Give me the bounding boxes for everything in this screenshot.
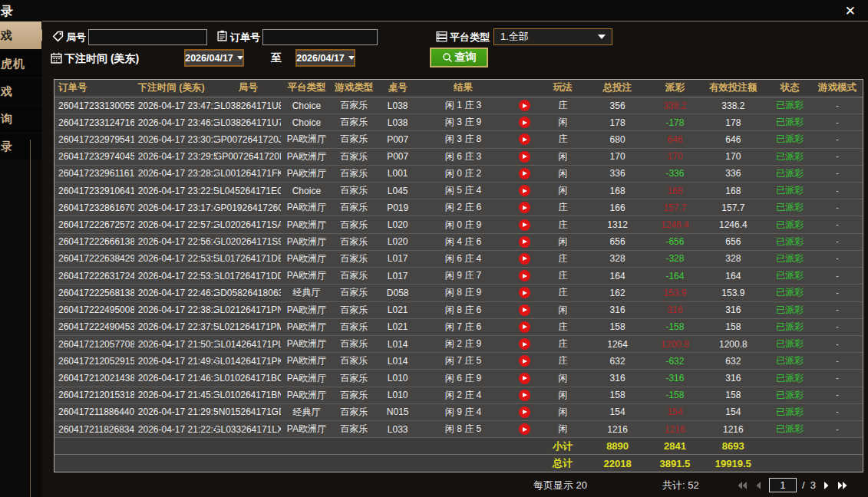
cell-mode: - [812,404,863,420]
order-input[interactable] [262,29,378,45]
table-row: 2604172329795412026-04-17 23:30:31GP0072… [54,131,863,148]
search-button-label: 查询 [455,51,477,64]
play-video-icon[interactable] [519,253,530,265]
play-video-icon[interactable] [519,185,530,196]
play-video-icon[interactable] [519,133,530,145]
cell-bet-time: 2026-04-17 23:30:31 [134,131,216,147]
round-input[interactable] [88,29,207,45]
cell-round-no: GL017264171DD [216,268,282,284]
cell-table-no: P019 [376,199,419,216]
play-video-icon[interactable] [519,423,530,435]
play-video-icon[interactable] [519,168,530,179]
cell-bet-time: 2026-04-17 23:29:55 [134,149,216,165]
cell-game-type: 百家乐 [332,166,376,182]
cell-total-bet: 166 [584,199,652,216]
clipboard-icon [216,30,228,41]
play-video-icon[interactable] [519,270,530,281]
cell-mode: - [812,199,863,216]
cell-total-bet: 162 [584,285,652,301]
cell-round-no: GL038264171U7 [216,114,282,130]
subtotal-row: 小计 8890 2841 8693 [54,438,863,455]
cell-mode: - [812,251,863,267]
play-video-icon[interactable] [519,304,530,316]
cell-valid-bet: 1216 [698,421,767,437]
cell-platform: 经典厅 [281,404,332,420]
platform-select[interactable]: 1.全部 [493,28,612,45]
table-row: 2604172328616702026-04-17 23:17:45GP0192… [54,199,863,216]
page-input[interactable] [769,478,797,492]
sidebar-tab-1[interactable]: 虎机 [0,51,41,77]
play-cell [507,336,542,352]
play-video-icon[interactable] [519,390,530,401]
cell-valid-bet: 157.7 [698,199,767,216]
last-page-icon[interactable] [837,481,848,490]
cell-play-type: 闲 [542,183,584,199]
table-row: 2604172331300552026-04-17 23:47:11GL0382… [54,97,863,114]
cell-bet-time: 2026-04-17 22:53:55 [134,251,216,267]
first-page-icon[interactable] [737,481,748,490]
cell-table-no: L020 [376,234,419,250]
play-video-icon[interactable] [519,236,530,248]
play-video-icon[interactable] [519,219,530,231]
play-video-icon[interactable] [519,117,530,128]
sidebar-tab-3[interactable]: 询 [0,107,41,132]
cell-table-no: L010 [376,387,419,403]
cell-game-type: 百家乐 [332,268,376,284]
play-video-icon[interactable] [519,406,530,418]
cell-total-bet: 316 [584,370,652,386]
cell-status: 已派彩 [767,421,812,437]
play-video-icon[interactable] [519,321,530,333]
cell-payout: 1200.8 [652,336,699,352]
cell-game-type: 百家乐 [332,234,376,250]
play-cell [507,131,542,147]
cell-valid-bet: 632 [698,353,767,369]
play-video-icon[interactable] [519,202,530,213]
table-row: 2604172226384292026-04-17 22:53:55GL0172… [54,251,863,268]
cell-payout: -178 [652,114,699,130]
sidebar-tab-4[interactable]: 录 [0,134,41,160]
next-page-icon[interactable] [821,481,832,490]
cell-table-no: L038 [376,97,419,114]
cell-result: 闲 3 庄 9 [419,114,507,130]
cell-status: 已派彩 [767,302,812,318]
search-button[interactable]: 查询 [430,48,488,67]
cell-game-type: 百家乐 [332,199,376,216]
cell-result: 闲 2 庄 4 [419,387,507,403]
cell-mode: - [812,319,863,335]
cell-valid-bet: 170 [698,149,767,165]
cell-game-type: 百家乐 [332,387,376,403]
table-row: 2604172120153182026-04-17 21:45:32GL0102… [54,387,863,404]
cell-game-type: 百家乐 [332,336,376,352]
close-icon[interactable]: ✕ [845,4,856,19]
cell-platform: PA欧洲厅 [281,166,332,182]
cell-order-no: 260417232910641 [54,183,134,199]
play-video-icon[interactable] [519,287,530,298]
cell-valid-bet: 178 [698,114,767,130]
cell-result: 闲 8 庄 9 [419,285,507,301]
date-to-select[interactable]: 2026/04/17 [295,49,355,67]
chevron-down-icon [598,35,606,39]
play-video-icon[interactable] [519,373,530,384]
cell-game-type: 百家乐 [332,302,376,318]
play-video-icon[interactable] [519,100,530,111]
play-cell [507,421,542,437]
prev-page-icon[interactable] [753,481,764,490]
cell-bet-time: 2026-04-17 22:37:54 [134,319,216,335]
play-video-icon[interactable] [519,338,530,350]
column-header-10: 派彩 [652,80,699,97]
cell-result: 闲 5 庄 4 [419,183,507,199]
cell-order-no: 260417222666138 [54,234,134,250]
table-row: 2604172329611612026-04-17 23:28:24GL0012… [54,166,863,183]
date-from-select[interactable]: 2026/04/17 [184,49,244,67]
play-video-icon[interactable] [519,151,530,163]
cell-round-no: GP0072641720I [216,149,282,165]
cell-play-type: 闲 [542,421,584,437]
sidebar-tab-2[interactable]: 戏 [0,79,41,104]
play-video-icon[interactable] [519,355,530,367]
sidebar-tab-0[interactable]: 戏 [0,21,41,49]
cell-round-no: GL014264171PK [216,353,282,369]
order-label: 订单号 [230,31,260,44]
chevron-down-icon [237,56,243,60]
play-cell [507,370,542,386]
cell-platform: PA欧洲厅 [281,370,332,386]
